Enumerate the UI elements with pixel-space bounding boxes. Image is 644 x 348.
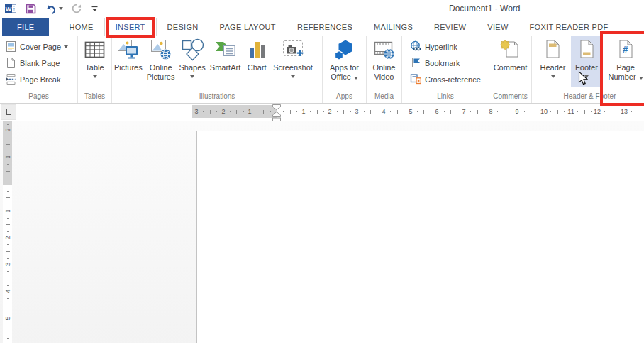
ruler-tick (7, 258, 9, 259)
svg-text:W: W (6, 6, 12, 13)
document-page[interactable] (196, 131, 644, 344)
indent-markers[interactable] (271, 104, 282, 122)
vertical-ruler[interactable]: 21123456 (3, 121, 12, 343)
redo-button[interactable] (71, 1, 82, 16)
screenshot-button[interactable]: Screenshot (271, 36, 315, 87)
tab-label: REFERENCES (297, 23, 352, 31)
shapes-button[interactable]: Shapes (177, 36, 208, 87)
ruler-tick (631, 111, 632, 112)
button-label: Online (150, 63, 172, 72)
ruler-tick (457, 111, 457, 112)
button-label: Online (373, 63, 396, 72)
blank-page-icon (5, 57, 17, 69)
cover-page-button[interactable]: Cover Page (2, 38, 71, 55)
tab-mailings[interactable]: MAILINGS (363, 18, 423, 36)
ruler-tick (310, 111, 311, 112)
group-label-pages: Pages (0, 92, 77, 100)
apps-for-office-button[interactable]: Apps forOffice (328, 36, 361, 87)
dropdown-arrow-icon (291, 75, 295, 78)
save-button[interactable] (25, 1, 37, 16)
ruler-number: 4 (382, 105, 385, 118)
blank-page-button[interactable]: Blank Page (2, 55, 62, 71)
ruler-tick (604, 111, 605, 112)
ruler-number: 9 (515, 105, 518, 118)
tab-stop-selector[interactable] (1, 104, 16, 120)
ruler-tick (6, 171, 10, 172)
ruler-tick (564, 111, 565, 112)
ruler-tick (7, 231, 9, 232)
group-media: OnlineVideoMedia (367, 36, 402, 103)
ruler-number: 3 (194, 105, 198, 118)
ruler-tick (243, 111, 244, 112)
ruler-tick (484, 111, 484, 112)
dropdown-arrow-icon (551, 75, 555, 78)
tab-design[interactable]: DESIGN (157, 18, 209, 36)
button-label: Chart (248, 63, 267, 72)
page-break-button[interactable]: Page Break (2, 71, 63, 87)
tab-label: VIEW (487, 23, 508, 31)
ruler-tick (7, 325, 9, 325)
ruler-tick (370, 110, 371, 114)
left-tab-stop-icon (1, 104, 16, 120)
group-label-links: Links (402, 92, 489, 100)
cross-reference-button[interactable]: Cross-reference (407, 71, 484, 87)
ruler-tick (296, 111, 297, 112)
undo-button[interactable] (45, 1, 63, 16)
quick-access-toolbar: W (4, 1, 107, 16)
button-label: Cross-reference (425, 75, 481, 84)
shapes-icon (181, 38, 204, 61)
dropdown-arrow-icon (190, 75, 194, 78)
smartart-button[interactable]: SmartArt (208, 36, 243, 87)
ruler-number: 2 (328, 105, 331, 118)
tab-label: MAILINGS (374, 23, 413, 31)
ruler-tick (317, 110, 318, 114)
online-video-button[interactable]: OnlineVideo (370, 36, 399, 87)
online-pictures-button[interactable]: OnlinePictures (145, 36, 177, 87)
word-icon: W (4, 2, 17, 15)
ruler-tick (6, 144, 10, 145)
ribbon: Cover PageBlank PagePage BreakPagesTable… (0, 36, 644, 104)
pictures-button[interactable]: Pictures (112, 36, 145, 87)
ruler-tick (7, 338, 9, 339)
ruler-number: 1 (248, 105, 251, 118)
ruler-number: 2 (4, 128, 11, 131)
group-label-media: Media (367, 92, 401, 100)
ruler-tick (497, 111, 498, 112)
tab-page-layout[interactable]: PAGE LAYOUT (209, 18, 287, 36)
online-video-icon (372, 38, 396, 61)
apps-for-office-icon (333, 38, 356, 61)
ruler-tick (364, 111, 365, 112)
ruler-number: 13 (621, 105, 628, 118)
ruler-tick (557, 110, 558, 114)
annotation-box-page-number (600, 31, 644, 106)
ruler-tick (337, 111, 338, 112)
ruler-number: 10 (540, 105, 548, 118)
comment-button[interactable]: Comment (492, 36, 530, 87)
ruler-tick (7, 124, 9, 125)
chart-button[interactable]: Chart (243, 36, 271, 87)
table-button[interactable]: Table (81, 36, 109, 87)
group-label-illustrations: Illustrations (112, 92, 322, 100)
footer-icon (575, 38, 599, 61)
tab-review[interactable]: REVIEW (423, 18, 477, 36)
word-button[interactable]: W (4, 1, 17, 16)
button-label: Blank Page (20, 59, 60, 67)
bookmark-button[interactable]: Bookmark (407, 55, 463, 71)
tab-file[interactable]: FILE (2, 18, 49, 36)
ruler-tick (6, 197, 10, 198)
first-line-indent-marker[interactable] (273, 105, 281, 110)
hanging-indent-marker[interactable] (273, 112, 281, 116)
ruler-tick (7, 271, 9, 272)
ruler-tick (7, 191, 9, 192)
header-button[interactable]: Header (536, 36, 570, 87)
qat-menu-button[interactable] (90, 1, 99, 16)
dropdown-arrow-icon (59, 7, 63, 10)
ruler-tick (404, 111, 404, 112)
hyperlink-button[interactable]: Hyperlink (407, 38, 460, 55)
horizontal-ruler[interactable]: 32112345678910111213 (192, 105, 644, 118)
word-window: W Document1 - Word FILEHOMEINSERTDESIGNP… (0, 0, 644, 348)
tab-home[interactable]: HOME (58, 18, 104, 36)
tab-view[interactable]: VIEW (477, 18, 518, 36)
tab-references[interactable]: REFERENCES (287, 18, 363, 36)
ruler-tick (577, 111, 578, 112)
